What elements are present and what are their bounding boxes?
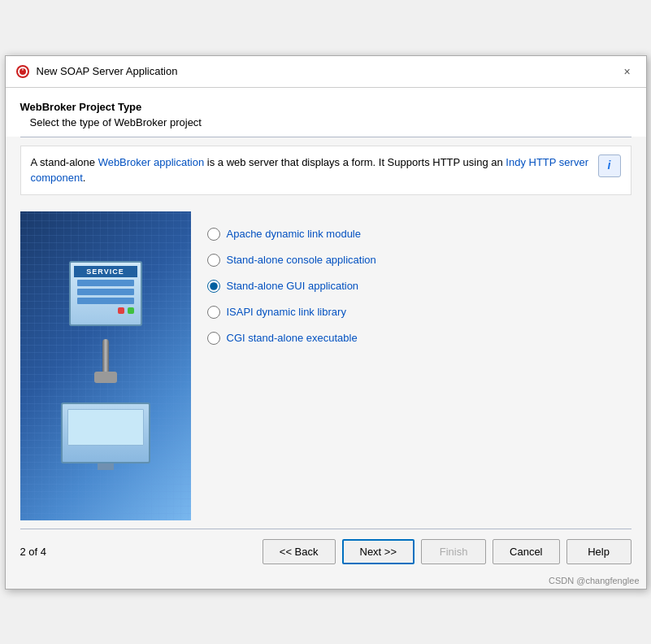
server-slots bbox=[74, 280, 137, 304]
header-section: WebBroker Project Type Select the type o… bbox=[6, 88, 646, 137]
option-apache[interactable]: Apache dynamic link module bbox=[207, 228, 615, 241]
server-slot-3 bbox=[77, 298, 134, 304]
info-highlight: WebBroker application bbox=[98, 156, 205, 168]
monitor-stand bbox=[98, 463, 114, 470]
app-icon bbox=[15, 64, 30, 79]
option-console[interactable]: Stand-alone console application bbox=[207, 254, 615, 267]
page-info: 2 of 4 bbox=[20, 546, 61, 558]
server-illustration: SERVICE bbox=[61, 261, 150, 470]
dialog: New SOAP Server Application × WebBroker … bbox=[5, 55, 647, 590]
monitor-box bbox=[61, 402, 150, 463]
option-gui-label: Stand-alone GUI application bbox=[227, 280, 359, 292]
monitor-screen bbox=[67, 409, 144, 446]
watermark: CSDN @changfenglee bbox=[6, 574, 646, 589]
dialog-title: New SOAP Server Application bbox=[37, 65, 178, 77]
next-button[interactable]: Next >> bbox=[342, 539, 415, 564]
server-box: SERVICE bbox=[69, 261, 142, 326]
options-panel: Apache dynamic link module Stand-alone c… bbox=[191, 211, 631, 520]
page-title: WebBroker Project Type bbox=[20, 101, 631, 113]
info-text: A stand-alone WebBroker application is a… bbox=[31, 154, 590, 186]
footer-buttons: << Back Next >> Finish Cancel Help bbox=[263, 539, 631, 564]
radio-isapi[interactable] bbox=[207, 306, 220, 319]
server-indicator bbox=[74, 307, 137, 314]
option-cgi[interactable]: CGI stand-alone executable bbox=[207, 332, 615, 345]
info-box: A stand-alone WebBroker application is a… bbox=[20, 146, 631, 195]
option-cgi-label: CGI stand-alone executable bbox=[227, 332, 358, 344]
footer: 2 of 4 << Back Next >> Finish Cancel Hel… bbox=[6, 529, 646, 574]
finish-button: Finish bbox=[421, 539, 486, 564]
option-isapi-label: ISAPI dynamic link library bbox=[227, 306, 346, 318]
title-bar: New SOAP Server Application × bbox=[6, 56, 646, 88]
server-slot-1 bbox=[77, 280, 134, 286]
radio-gui[interactable] bbox=[207, 280, 220, 293]
radio-console[interactable] bbox=[207, 254, 220, 267]
option-gui[interactable]: Stand-alone GUI application bbox=[207, 280, 615, 293]
cable bbox=[102, 339, 109, 380]
indicator-red bbox=[118, 307, 124, 314]
content-area: SERVICE bbox=[6, 203, 646, 529]
cancel-button[interactable]: Cancel bbox=[493, 539, 559, 564]
close-button[interactable]: × bbox=[618, 63, 636, 80]
cable-end bbox=[94, 372, 117, 383]
indicator-green bbox=[128, 307, 134, 314]
help-button[interactable]: Help bbox=[566, 539, 631, 564]
option-apache-label: Apache dynamic link module bbox=[227, 228, 361, 240]
radio-cgi[interactable] bbox=[207, 332, 220, 345]
option-isapi[interactable]: ISAPI dynamic link library bbox=[207, 306, 615, 319]
radio-apache[interactable] bbox=[207, 228, 220, 241]
info-button[interactable]: i bbox=[598, 154, 621, 177]
image-panel: SERVICE bbox=[20, 211, 191, 520]
option-console-label: Stand-alone console application bbox=[227, 254, 376, 266]
page-subtitle: Select the type of WebBroker project bbox=[20, 116, 631, 128]
server-slot-2 bbox=[77, 289, 134, 295]
server-label: SERVICE bbox=[74, 266, 137, 277]
back-button[interactable]: << Back bbox=[263, 539, 336, 564]
title-bar-left: New SOAP Server Application bbox=[15, 64, 178, 79]
header-divider bbox=[20, 137, 631, 137]
monitor-area bbox=[61, 402, 150, 470]
